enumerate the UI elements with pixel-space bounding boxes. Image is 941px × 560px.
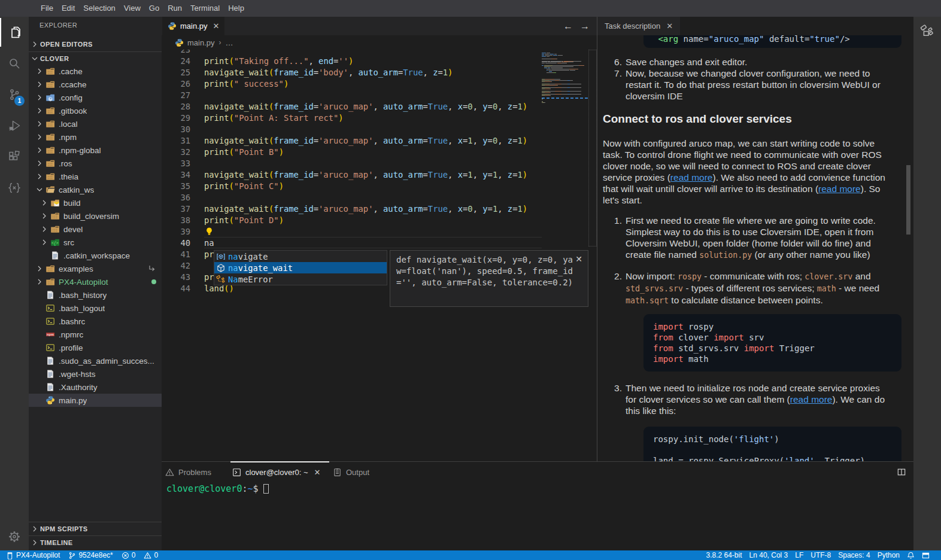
suggestion-NameError[interactable]: NameError	[214, 273, 387, 285]
terminal[interactable]: clover@clover0:~$	[166, 483, 269, 495]
tree-item-build[interactable]: build	[29, 196, 162, 209]
tree-item-sudo_as_admin_succes[interactable]: .sudo_as_admin_succes...	[29, 354, 162, 367]
term-icon	[45, 316, 55, 326]
activity-settings[interactable]	[0, 522, 29, 551]
read-more-link[interactable]: read more	[670, 172, 713, 182]
text-run: navigate_wait	[204, 136, 269, 145]
tree-item-ros[interactable]: .ros	[29, 157, 162, 170]
tree-item-npmrc[interactable]: .npmrc	[29, 328, 162, 341]
panel-tab-clover-clover0-[interactable]: clover@clover0: ~✕	[232, 462, 321, 482]
suggest-doc-close-icon[interactable]: ✕	[575, 254, 582, 265]
activity-api-braces[interactable]	[0, 174, 29, 202]
tree-item-bash_history[interactable]: .bash_history	[29, 288, 162, 302]
read-more-link[interactable]: read more	[818, 184, 861, 194]
activity-extensions[interactable]	[0, 142, 29, 171]
tree-item-ccache[interactable]: .ccache	[29, 78, 162, 91]
timeline-section[interactable]: TIMELINE	[29, 535, 162, 549]
tree-item-theia[interactable]: .theia	[29, 170, 162, 183]
tree-item-bash_logout[interactable]: .bash_logout	[29, 302, 162, 315]
read-more-link[interactable]: read more	[790, 394, 833, 404]
panel-tab-close-icon[interactable]: ✕	[314, 468, 321, 477]
chevron-right-icon	[34, 66, 45, 76]
task-tab-close-icon[interactable]: ✕	[666, 22, 673, 31]
menu-run[interactable]: Run	[163, 0, 186, 17]
tab-task-description[interactable]: Task description ✕	[597, 17, 680, 35]
panel-tab-Output[interactable]: Output	[333, 462, 369, 482]
tree-item-wget-hsts[interactable]: .wget-hsts	[29, 367, 162, 381]
tree-item-cache[interactable]: .cache	[29, 65, 162, 78]
status-Python[interactable]: Python	[878, 551, 900, 559]
lightbulb-icon[interactable]	[205, 227, 214, 236]
tree-item-bashrc[interactable]: .bashrc	[29, 315, 162, 328]
code-editor[interactable]: 2324print("Taking off...", end='')25navi…	[162, 50, 597, 461]
npm-scripts-section[interactable]: NPM SCRIPTS	[29, 522, 162, 535]
activity-search[interactable]	[0, 49, 29, 78]
tree-item-PX4-Autopilot[interactable]: PX4-Autopilot	[29, 275, 162, 288]
text-run: 0	[154, 551, 158, 559]
text-run	[34, 356, 45, 366]
suggestion-navigate[interactable]: navigate	[214, 251, 387, 262]
tab-main-py[interactable]: main.py ✕	[162, 17, 224, 35]
tree-item-build_cloversim[interactable]: build_cloversim	[29, 209, 162, 223]
suggestion-navigate_wait[interactable]: navigate_wait	[214, 262, 387, 273]
nav-forward-button[interactable]: →	[580, 21, 590, 32]
tree-item-src[interactable]: src	[29, 236, 162, 249]
status-UTF-8[interactable]: UTF-8	[811, 551, 831, 559]
panel-tab-Problems[interactable]: Problems	[165, 462, 211, 482]
box	[550, 66, 573, 67]
breadcrumb-file[interactable]: main.py	[187, 38, 215, 47]
nav-back-button[interactable]: ←	[563, 21, 573, 32]
menu-view[interactable]: View	[120, 0, 145, 17]
menu-selection[interactable]: Selection	[79, 0, 119, 17]
status-Spaces-4[interactable]: Spaces: 4	[838, 551, 870, 559]
tree-item-mainpy[interactable]: main.py	[29, 394, 162, 407]
breadcrumb-symbol[interactable]: …	[226, 38, 233, 47]
text-run: clover	[673, 333, 714, 342]
md-list-item-1: 1. First we need to create file where we…	[603, 215, 902, 261]
open-editors-section[interactable]: OPEN EDITORS	[29, 37, 162, 51]
status-error[interactable]: 0	[122, 551, 136, 559]
status-branch[interactable]: 9524e8ec*	[68, 551, 113, 559]
tab-close-icon[interactable]: ✕	[213, 22, 220, 31]
tree-item-Xauthority[interactable]: .Xauthority	[29, 381, 162, 394]
tree-item-devel[interactable]: devel	[29, 223, 162, 236]
status-repo[interactable]: PX4-Autopilot	[6, 551, 60, 559]
workspace-root-section[interactable]: CLOVER	[29, 51, 162, 65]
tree-item-gitbook[interactable]: .gitbook	[29, 104, 162, 117]
task-content[interactable]: <arg name="aruco_map" default="true"/> 6…	[597, 35, 913, 461]
status-Ln-40-Col-3[interactable]: Ln 40, Col 3	[749, 551, 788, 559]
box	[555, 87, 561, 88]
menu-file[interactable]: File	[37, 0, 57, 17]
text-run: navigate_wait(frame_id='aruco_map', auto…	[204, 102, 527, 111]
tree-item-npm[interactable]: .npm	[29, 130, 162, 144]
tree-item-config[interactable]: .config	[29, 91, 162, 104]
menu-help[interactable]: Help	[224, 0, 248, 17]
type-hierarchy-icon[interactable]	[920, 25, 934, 39]
tree-item-profile[interactable]: .profile	[29, 341, 162, 354]
tree-item-npm-global[interactable]: .npm-global	[29, 144, 162, 157]
tree-item-catkin_ws[interactable]: catkin_ws	[29, 183, 162, 196]
tree-item-local[interactable]: .local	[29, 117, 162, 130]
text-run: 40	[162, 238, 190, 248]
split-panel-icon[interactable]	[897, 468, 906, 476]
activity-run-debug[interactable]	[0, 111, 29, 140]
text-run: True	[428, 136, 448, 145]
activity-explorer[interactable]	[0, 18, 29, 47]
status-bell[interactable]	[907, 552, 915, 559]
menu-terminal[interactable]: Terminal	[186, 0, 224, 17]
status-layout[interactable]	[922, 552, 930, 559]
activity-source-control[interactable]: 1	[0, 80, 29, 109]
editor-scrollbar[interactable]	[588, 50, 597, 246]
text-run: to calculate distance between points.	[669, 295, 823, 305]
tree-item-examples[interactable]: examples	[29, 262, 162, 275]
status-warning[interactable]: 0	[144, 551, 158, 559]
status-3-8-2-64-bit[interactable]: 3.8.2 64-bit	[706, 551, 742, 559]
status-LF[interactable]: LF	[795, 551, 803, 559]
menu-go[interactable]: Go	[145, 0, 163, 17]
box	[542, 62, 547, 62]
minimap-current-line	[542, 98, 588, 99]
menu-edit[interactable]: Edit	[57, 0, 79, 17]
task-scrollbar[interactable]	[906, 165, 910, 235]
text-run: Now import:	[626, 271, 678, 281]
tree-item-catkin_workspace[interactable]: .catkin_workspace	[29, 249, 162, 262]
